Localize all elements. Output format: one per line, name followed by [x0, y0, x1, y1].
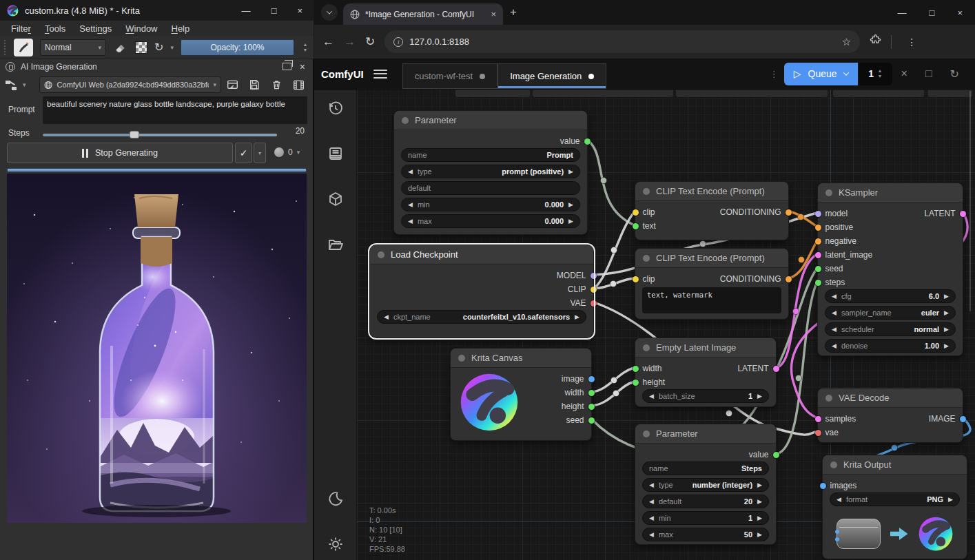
node-ksampler[interactable]: KSamplermodelLATENTpositivenegativelaten…: [817, 183, 963, 356]
node-title-bar[interactable]: Load Checkpoint: [370, 245, 593, 265]
output-port-height[interactable]: height: [562, 402, 591, 411]
refresh-status[interactable]: 0 ▾: [274, 147, 300, 157]
widget-default[interactable]: ◀default20▶: [642, 495, 769, 508]
toolbar-grip[interactable]: [4, 40, 7, 55]
decrement-icon[interactable]: ◀: [832, 326, 837, 333]
apply-options-button[interactable]: ▾: [254, 143, 266, 163]
stop-generating-button[interactable]: Stop Generating: [7, 143, 233, 163]
clear-queue-icon[interactable]: ×: [892, 68, 916, 80]
minimize-button[interactable]: —: [242, 6, 251, 16]
refresh-icon[interactable]: ↻: [941, 68, 968, 81]
output-port-LATENT[interactable]: LATENT: [924, 209, 963, 218]
queue-button[interactable]: ▷ Queue: [784, 63, 858, 85]
decrement-icon[interactable]: ◀: [832, 309, 837, 316]
reload-preset-button[interactable]: ↻: [154, 41, 163, 54]
prompt-input[interactable]: beautiful scenery nature glass bottle la…: [43, 96, 307, 124]
node-canvas[interactable]: ParametervaluenamePrompt◀typeprompt (pos…: [357, 90, 975, 560]
workflow-tab-custom-wf-test[interactable]: custom-wf-test: [402, 63, 498, 89]
widget-name[interactable]: nameSteps: [642, 462, 769, 475]
output-port-LATENT[interactable]: LATENT: [737, 364, 776, 373]
output-port-CLIP[interactable]: CLIP: [568, 284, 593, 294]
node-clip-text-encode-positive[interactable]: CLIP Text Encode (Prompt)clipCONDITIONIN…: [635, 181, 789, 240]
input-port-seed[interactable]: seed: [818, 264, 843, 273]
node-library-ic[interactable]: [327, 145, 345, 163]
decrement-icon[interactable]: ◀: [408, 201, 413, 208]
input-port-clip[interactable]: clip: [635, 207, 655, 217]
browser-tab[interactable]: *Image Generation - ComfyUI ×: [343, 3, 503, 25]
site-info-icon[interactable]: i: [393, 37, 403, 47]
increment-icon[interactable]: ▶: [757, 531, 762, 538]
widget-scheduler[interactable]: ◀schedulernormal▶: [825, 322, 956, 336]
decrement-icon[interactable]: ◀: [384, 313, 389, 320]
url-text[interactable]: 127.0.0.1:8188: [409, 37, 836, 47]
spin-up-icon[interactable]: ▲: [301, 42, 309, 48]
input-port-vae[interactable]: vae: [818, 428, 839, 437]
increment-icon[interactable]: ▶: [575, 313, 579, 320]
output-port-width[interactable]: width: [564, 388, 591, 397]
output-port-CONDITIONING[interactable]: CONDITIONING: [720, 207, 788, 217]
node-title-bar[interactable]: Empty Latent Image: [635, 338, 776, 357]
increment-icon[interactable]: ▶: [568, 201, 573, 208]
browser-menu-icon[interactable]: ⋮: [901, 37, 922, 48]
input-port-text[interactable]: text: [635, 221, 656, 231]
stop-icon[interactable]: □: [916, 68, 941, 80]
decrement-icon[interactable]: ◀: [408, 218, 413, 225]
widget-min[interactable]: ◀min1▶: [642, 511, 769, 525]
increment-icon[interactable]: ▶: [568, 168, 573, 175]
server-select[interactable]: ComfyUI Web (a2da9924cbd949dd830a32bfcae…: [39, 76, 221, 93]
workflows-ic[interactable]: [327, 236, 345, 253]
output-port-MODEL[interactable]: MODEL: [557, 271, 593, 280]
apply-button[interactable]: ✓: [235, 143, 252, 163]
increment-icon[interactable]: ▶: [948, 496, 953, 503]
increment-icon[interactable]: ▶: [944, 342, 949, 349]
output-port-value[interactable]: value: [560, 136, 587, 146]
minimize-button[interactable]: —: [898, 8, 907, 18]
collapse-dot-icon[interactable]: [830, 462, 837, 468]
widget-min[interactable]: ◀min0.000▶: [401, 198, 580, 211]
increment-icon[interactable]: ▶: [757, 481, 762, 488]
output-port-image[interactable]: image: [562, 374, 591, 384]
decrement-icon[interactable]: ◀: [408, 168, 413, 175]
node-load-checkpoint[interactable]: Load CheckpointMODELCLIPVAE◀ckpt_namecou…: [369, 245, 594, 338]
input-port-latent_image[interactable]: latent_image: [818, 250, 872, 260]
menu-tools[interactable]: Tools: [45, 23, 65, 34]
widget-ckpt_name[interactable]: ◀ckpt_namecounterfeitxl_v10.safetensors▶: [377, 310, 586, 324]
save-icon[interactable]: [247, 78, 261, 92]
text-widget[interactable]: text, watermark: [642, 287, 781, 313]
batch-count-input[interactable]: 1 ▲ ▼: [859, 63, 892, 85]
maximize-button[interactable]: □: [930, 8, 935, 18]
widget-name[interactable]: namePrompt: [401, 148, 580, 162]
increment-icon[interactable]: ▶: [944, 326, 949, 333]
steps-slider[interactable]: [43, 131, 277, 138]
node-title-bar[interactable]: CLIP Text Encode (Prompt): [635, 182, 788, 201]
new-tab-button[interactable]: +: [510, 6, 517, 19]
settings-button[interactable]: [327, 535, 345, 553]
opacity-slider[interactable]: Opacity: 100%: [181, 39, 294, 56]
widget-format[interactable]: ◀formatPNG▶: [830, 492, 960, 506]
spin-up-icon[interactable]: ▲: [877, 68, 883, 74]
output-port-value[interactable]: value: [749, 450, 776, 459]
back-button[interactable]: ←: [322, 35, 334, 49]
input-port-images[interactable]: images: [823, 481, 856, 490]
widget-cfg[interactable]: ◀cfg6.0▶: [825, 289, 956, 303]
comfy-logo[interactable]: ComfyUI: [314, 68, 364, 80]
input-port-steps[interactable]: steps: [818, 278, 845, 287]
collapse-dot-icon[interactable]: [825, 395, 832, 402]
decrement-icon[interactable]: ◀: [649, 498, 654, 505]
model-library-ic[interactable]: [327, 190, 345, 208]
queue-options-icon[interactable]: ⋮: [764, 69, 784, 79]
opacity-spinner[interactable]: ▲ ▼: [301, 42, 309, 53]
input-port-height[interactable]: height: [635, 377, 665, 387]
collapse-dot-icon[interactable]: [643, 431, 650, 437]
input-port-width[interactable]: width: [635, 364, 662, 373]
node-title-bar[interactable]: Parameter: [394, 111, 587, 130]
widget-batch_size[interactable]: ◀batch_size1▶: [642, 389, 769, 403]
forward-button[interactable]: →: [344, 35, 356, 49]
open-webui-button[interactable]: [225, 78, 239, 92]
delete-icon[interactable]: [269, 78, 283, 92]
input-port-samples[interactable]: samples: [818, 414, 856, 424]
output-port-VAE[interactable]: VAE: [570, 298, 593, 308]
input-port-positive[interactable]: positive: [818, 222, 853, 232]
close-button[interactable]: ×: [957, 8, 963, 18]
increment-icon[interactable]: ▶: [944, 293, 949, 300]
